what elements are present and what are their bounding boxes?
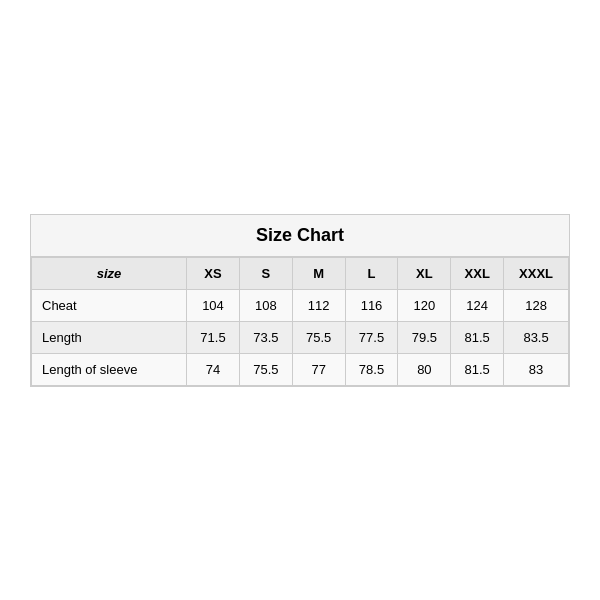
cell-0-6: 128 bbox=[504, 289, 569, 321]
cell-0-3: 116 bbox=[345, 289, 398, 321]
cell-2-3: 78.5 bbox=[345, 353, 398, 385]
table-header-row: sizeXSSMLXLXXLXXXL bbox=[32, 257, 569, 289]
cell-1-2: 75.5 bbox=[292, 321, 345, 353]
cell-1-3: 77.5 bbox=[345, 321, 398, 353]
table-title: Size Chart bbox=[31, 215, 569, 257]
header-col-6: XXL bbox=[451, 257, 504, 289]
header-col-7: XXXL bbox=[504, 257, 569, 289]
header-col-1: XS bbox=[187, 257, 240, 289]
cell-1-0: 71.5 bbox=[187, 321, 240, 353]
cell-1-6: 83.5 bbox=[504, 321, 569, 353]
table-row-0: Cheat104108112116120124128 bbox=[32, 289, 569, 321]
cell-0-2: 112 bbox=[292, 289, 345, 321]
table-row-1: Length71.573.575.577.579.581.583.5 bbox=[32, 321, 569, 353]
cell-0-5: 124 bbox=[451, 289, 504, 321]
row-label-2: Length of sleeve bbox=[32, 353, 187, 385]
table-row-2: Length of sleeve7475.57778.58081.583 bbox=[32, 353, 569, 385]
cell-2-0: 74 bbox=[187, 353, 240, 385]
header-col-3: M bbox=[292, 257, 345, 289]
cell-2-5: 81.5 bbox=[451, 353, 504, 385]
cell-2-2: 77 bbox=[292, 353, 345, 385]
header-col-2: S bbox=[239, 257, 292, 289]
header-col-4: L bbox=[345, 257, 398, 289]
cell-1-4: 79.5 bbox=[398, 321, 451, 353]
cell-2-4: 80 bbox=[398, 353, 451, 385]
row-label-0: Cheat bbox=[32, 289, 187, 321]
cell-0-0: 104 bbox=[187, 289, 240, 321]
table-body: Cheat104108112116120124128Length71.573.5… bbox=[32, 289, 569, 385]
size-chart-wrapper: Size Chart sizeXSSMLXLXXLXXXL Cheat10410… bbox=[30, 214, 570, 387]
cell-0-4: 120 bbox=[398, 289, 451, 321]
cell-1-5: 81.5 bbox=[451, 321, 504, 353]
cell-1-1: 73.5 bbox=[239, 321, 292, 353]
cell-2-1: 75.5 bbox=[239, 353, 292, 385]
size-chart-table: sizeXSSMLXLXXLXXXL Cheat1041081121161201… bbox=[31, 257, 569, 386]
header-col-0: size bbox=[32, 257, 187, 289]
header-col-5: XL bbox=[398, 257, 451, 289]
cell-2-6: 83 bbox=[504, 353, 569, 385]
cell-0-1: 108 bbox=[239, 289, 292, 321]
row-label-1: Length bbox=[32, 321, 187, 353]
